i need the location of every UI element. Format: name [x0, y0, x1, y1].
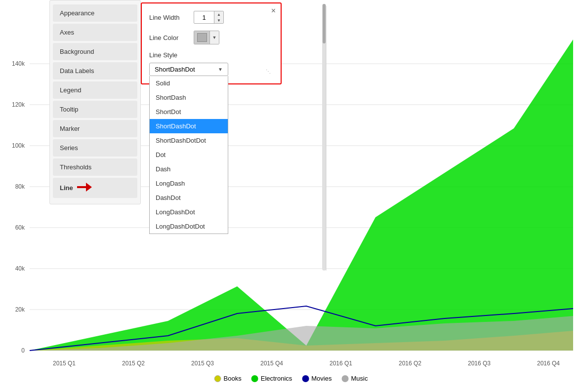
- dropdown-arrow-icon: ▼: [218, 67, 223, 72]
- line-style-section: Line Style ShortDashDot ▼ Solid ShortDas…: [149, 51, 273, 76]
- svg-text:2016 Q4: 2016 Q4: [537, 360, 560, 367]
- legend-label-music: Music: [351, 375, 368, 382]
- svg-text:100k: 100k: [12, 142, 25, 149]
- sidebar-item-tooltip[interactable]: Tooltip: [53, 101, 137, 118]
- sidebar-item-series[interactable]: Series: [53, 139, 137, 157]
- arrow-right-icon: [77, 183, 92, 193]
- svg-text:2015 Q4: 2015 Q4: [260, 360, 283, 367]
- line-width-input[interactable]: [194, 12, 214, 23]
- sidebar-item-background[interactable]: Background: [53, 43, 137, 60]
- legend-item-music: Music: [341, 375, 368, 382]
- legend-label-books: Books: [224, 375, 242, 382]
- dropdown-item-longdash[interactable]: LongDash: [150, 176, 228, 191]
- sidebar-item-legend[interactable]: Legend: [53, 81, 137, 99]
- sidebar-item-appearance[interactable]: Appearance: [53, 4, 137, 22]
- dropdown-item-solid[interactable]: Solid: [150, 76, 228, 90]
- svg-rect-30: [77, 186, 86, 188]
- line-width-row: Line Width ▲ ▼: [149, 11, 273, 24]
- legend-item-books: Books: [214, 375, 242, 382]
- color-picker-wrapper: ▼: [194, 31, 219, 44]
- line-style-dropdown-list: Solid ShortDash ShortDot ShortDashDot Sh…: [149, 76, 228, 234]
- resize-handle[interactable]: ⋱: [266, 69, 271, 74]
- svg-rect-28: [323, 4, 326, 43]
- sidebar: Appearance Axes Background Data Labels L…: [49, 0, 141, 204]
- dropdown-item-shortdash[interactable]: ShortDash: [150, 90, 228, 105]
- legend-dot-movies: [302, 375, 309, 382]
- line-style-dropdown-selected[interactable]: ShortDashDot ▼: [149, 63, 228, 76]
- chart-legend: Books Electronics Movies Music: [214, 375, 368, 382]
- dropdown-item-shortdashdotdot[interactable]: ShortDashDotDot: [150, 133, 228, 148]
- spin-up-button[interactable]: ▲: [214, 11, 223, 17]
- sidebar-item-line[interactable]: Line: [53, 178, 137, 198]
- svg-text:2015 Q1: 2015 Q1: [53, 360, 76, 367]
- legend-label-movies: Movies: [311, 375, 332, 382]
- line-width-input-wrapper: ▲ ▼: [194, 11, 224, 24]
- svg-text:0: 0: [21, 347, 25, 354]
- selected-style-text: ShortDashDot: [155, 66, 195, 73]
- line-color-control: ▼: [194, 31, 273, 44]
- svg-text:120k: 120k: [12, 101, 25, 108]
- dropdown-item-dot[interactable]: Dot: [150, 148, 228, 162]
- sidebar-item-axes[interactable]: Axes: [53, 24, 137, 41]
- color-swatch[interactable]: [194, 31, 210, 44]
- svg-text:2016 Q3: 2016 Q3: [468, 360, 491, 367]
- line-width-control: ▲ ▼: [194, 11, 273, 24]
- svg-text:80k: 80k: [15, 183, 25, 190]
- svg-text:2016 Q1: 2016 Q1: [330, 360, 352, 367]
- spin-buttons: ▲ ▼: [214, 11, 223, 23]
- legend-dot-books: [214, 375, 221, 382]
- sidebar-item-data-labels[interactable]: Data Labels: [53, 62, 137, 79]
- dropdown-item-longdashdot[interactable]: LongDashDot: [150, 205, 228, 219]
- dropdown-item-dashdot[interactable]: DashDot: [150, 191, 228, 205]
- close-button[interactable]: ×: [271, 6, 276, 15]
- svg-text:2016 Q2: 2016 Q2: [399, 360, 421, 367]
- legend-item-electronics: Electronics: [251, 375, 292, 382]
- line-color-label: Line Color: [149, 34, 194, 41]
- dropdown-item-shortdot[interactable]: ShortDot: [150, 105, 228, 119]
- svg-text:40k: 40k: [15, 265, 25, 272]
- color-dropdown-button[interactable]: ▼: [210, 31, 219, 44]
- line-width-label: Line Width: [149, 14, 194, 21]
- main-container: 0 20k 40k 60k 80k 100k 120k 140k 2015 Q1…: [0, 0, 582, 392]
- svg-text:140k: 140k: [12, 60, 25, 67]
- line-color-row: Line Color ▼: [149, 31, 273, 44]
- color-swatch-inner: [197, 33, 207, 42]
- legend-item-movies: Movies: [302, 375, 332, 382]
- legend-dot-music: [341, 375, 348, 382]
- properties-panel: × Line Width ▲ ▼ Line Color: [141, 2, 282, 84]
- sidebar-item-marker[interactable]: Marker: [53, 120, 137, 137]
- svg-text:60k: 60k: [15, 224, 25, 231]
- svg-text:2015 Q2: 2015 Q2: [122, 360, 145, 367]
- line-style-dropdown-container: ShortDashDot ▼ Solid ShortDash ShortDot …: [149, 63, 273, 76]
- svg-text:2015 Q3: 2015 Q3: [191, 360, 214, 367]
- dropdown-item-dash[interactable]: Dash: [150, 162, 228, 176]
- svg-rect-27: [322, 4, 326, 271]
- dropdown-item-longdashdotdot[interactable]: LongDashDotDot: [150, 219, 228, 234]
- dropdown-item-shortdashdot[interactable]: ShortDashDot: [150, 119, 228, 133]
- sidebar-line-label: Line: [60, 184, 73, 192]
- sidebar-item-thresholds[interactable]: Thresholds: [53, 158, 137, 176]
- spin-down-button[interactable]: ▼: [214, 17, 223, 23]
- line-style-label: Line Style: [149, 51, 273, 59]
- legend-label-electronics: Electronics: [261, 375, 292, 382]
- svg-marker-31: [86, 183, 92, 192]
- legend-dot-electronics: [251, 375, 258, 382]
- svg-text:20k: 20k: [15, 306, 25, 313]
